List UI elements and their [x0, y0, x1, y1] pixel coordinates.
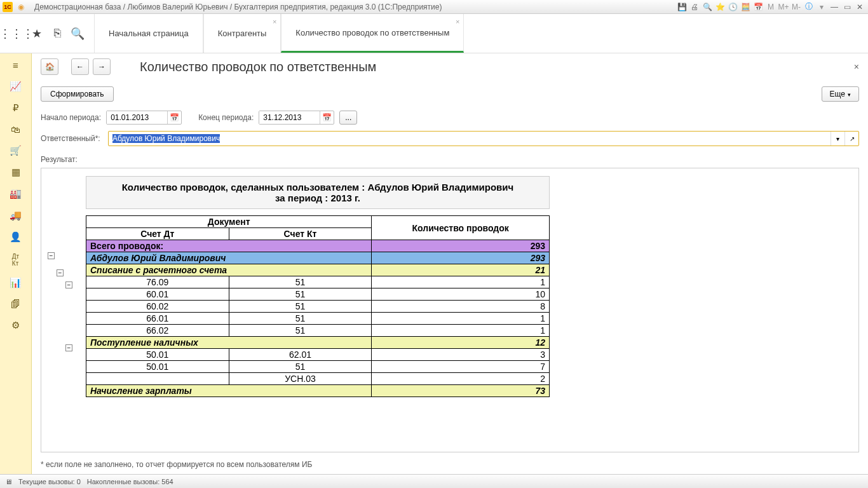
page-close-icon[interactable]: × — [854, 62, 859, 72]
tree-toggle[interactable]: − — [65, 344, 72, 351]
bars-icon[interactable]: 📊 — [10, 277, 22, 288]
tree-toggle[interactable]: − — [65, 281, 72, 288]
star-icon[interactable]: ★ — [29, 26, 44, 41]
tab-close-icon[interactable]: × — [456, 18, 459, 25]
status-icon: 🖥 — [5, 478, 12, 485]
cell-dt: 60.02 — [86, 301, 229, 313]
apps-icon[interactable]: ⋮⋮⋮ — [9, 26, 24, 41]
tab-report[interactable]: Количество проводок по ответственным× — [281, 14, 464, 53]
form-button[interactable]: Сформировать — [41, 86, 114, 102]
cell-dt — [86, 373, 229, 385]
factory-icon[interactable]: 🏭 — [10, 188, 22, 200]
cell-value: 8 — [372, 301, 550, 313]
m-icon[interactable]: M — [765, 2, 776, 12]
cell-value: 1 — [372, 313, 550, 325]
close-icon[interactable]: ✕ — [854, 2, 865, 12]
cart-icon[interactable]: 🛒 — [10, 145, 22, 156]
open-icon[interactable]: ↗ — [844, 132, 858, 146]
tree-toggle[interactable]: − — [57, 269, 64, 276]
group-value: 12 — [372, 337, 550, 349]
calendar-icon[interactable]: 📅 — [167, 111, 181, 124]
pin-icon[interactable]: ⎘ — [50, 26, 65, 41]
home-button[interactable]: 🏠 — [41, 58, 58, 75]
calculator-icon[interactable]: 🧮 — [740, 2, 751, 12]
responsible-input[interactable]: Абдулов Юрий Владимирович — [109, 132, 831, 146]
result-label: Результат: — [41, 155, 859, 164]
group-name: Поступление наличных — [86, 337, 372, 349]
m-minus-icon[interactable]: M- — [790, 2, 802, 12]
tab-label: Количество проводок по ответственным — [295, 28, 449, 37]
calendar-icon[interactable]: 📅 — [752, 2, 764, 12]
cell-kt: 51 — [229, 325, 372, 337]
bag-icon[interactable]: 🛍 — [11, 124, 20, 135]
truck-icon[interactable]: 🚚 — [10, 210, 22, 221]
tree-toggle[interactable]: − — [48, 252, 55, 259]
dropdown-icon[interactable]: ◉ — [15, 2, 27, 12]
person-icon[interactable]: 👤 — [10, 231, 22, 243]
menu-icon[interactable]: ≡ — [13, 60, 18, 71]
responsible-label: Ответственный*: — [41, 134, 104, 143]
tabbar: ⋮⋮⋮ ★ ⎘ 🔍 Начальная страница Контрагенты… — [0, 14, 868, 53]
tab-home[interactable]: Начальная страница — [94, 14, 203, 53]
start-date-input[interactable] — [107, 111, 167, 124]
search-doc-icon[interactable]: 🔍 — [702, 2, 713, 12]
tab-close-icon[interactable]: × — [273, 18, 276, 25]
ruble-icon[interactable]: ₽ — [13, 102, 19, 114]
cell-value: 1 — [372, 276, 550, 288]
gear-icon[interactable]: ⚙ — [11, 320, 20, 331]
page-title: Количество проводок по ответственным — [140, 60, 376, 74]
cell-value: 10 — [372, 288, 550, 301]
cell-kt: 62.01 — [229, 349, 372, 361]
report-subtitle: за период : 2013 г. — [92, 193, 544, 203]
start-date-label: Начало периода: — [41, 113, 101, 122]
cell-kt: 51 — [229, 288, 372, 301]
user-name: Абдулов Юрий Владимирович — [86, 252, 372, 264]
cell-value: 3 — [372, 349, 550, 361]
back-button[interactable]: ← — [71, 58, 89, 75]
tab-contractors[interactable]: Контрагенты× — [203, 14, 281, 53]
cell-dt: 50.01 — [86, 349, 229, 361]
col-kt: Счет Кт — [229, 228, 372, 240]
minimize-icon[interactable]: — — [829, 2, 840, 12]
cubes-icon[interactable]: ▦ — [11, 166, 20, 178]
end-date-input[interactable] — [259, 111, 320, 124]
cell-kt: УСН.03 — [229, 373, 372, 385]
dtkt-icon[interactable]: ДтКт — [12, 253, 19, 267]
cell-kt: 51 — [229, 276, 372, 288]
cell-kt: 51 — [229, 361, 372, 373]
col-count: Количество проводок — [372, 216, 550, 240]
report-title: Количество проводок, сделанных пользоват… — [92, 182, 544, 193]
docs-icon[interactable]: 🗐 — [11, 299, 20, 309]
statusbar: 🖥 Текущие вызовы: 0 Накопленные вызовы: … — [0, 474, 868, 488]
cell-dt: 76.09 — [86, 276, 229, 288]
calendar-icon[interactable]: 📅 — [320, 111, 334, 124]
col-doc: Документ — [86, 216, 372, 228]
info-icon[interactable]: ⓘ — [803, 2, 815, 12]
report-area[interactable]: − − − − Количество проводок, сделанных п… — [41, 168, 859, 452]
group-name: Списание с расчетного счета — [86, 264, 372, 276]
maximize-icon[interactable]: ▭ — [841, 2, 853, 12]
report-table: Документ Количество проводок Счет Дт Сче… — [86, 215, 550, 397]
period-button[interactable]: ... — [339, 111, 357, 125]
group-value: 73 — [372, 385, 550, 397]
cell-kt: 51 — [229, 301, 372, 313]
favorite-icon[interactable]: ⭐ — [714, 2, 726, 12]
end-date-label: Конец периода: — [198, 113, 254, 122]
search-icon[interactable]: 🔍 — [70, 26, 85, 41]
cell-dt: 66.02 — [86, 325, 229, 337]
chart-icon[interactable]: 📈 — [10, 81, 22, 92]
more-button[interactable]: Еще — [822, 86, 859, 102]
m-plus-icon[interactable]: M+ — [778, 2, 789, 12]
save-icon[interactable]: 💾 — [676, 2, 688, 12]
dropdown-icon[interactable]: ▾ — [831, 132, 844, 146]
forward-button[interactable]: → — [93, 58, 111, 75]
window-title: Демонстрационная база / Любимов Валерий … — [34, 3, 442, 11]
cell-value: 2 — [372, 373, 550, 385]
user-value: 293 — [372, 252, 550, 264]
chevron-down-icon[interactable]: ▾ — [816, 2, 827, 12]
print-icon[interactable]: 🖨 — [689, 2, 700, 12]
cell-value: 7 — [372, 361, 550, 373]
status-calls: Текущие вызовы: 0 — [18, 478, 81, 485]
status-accum: Накопленные вызовы: 564 — [87, 478, 173, 485]
history-icon[interactable]: 🕓 — [727, 2, 738, 12]
